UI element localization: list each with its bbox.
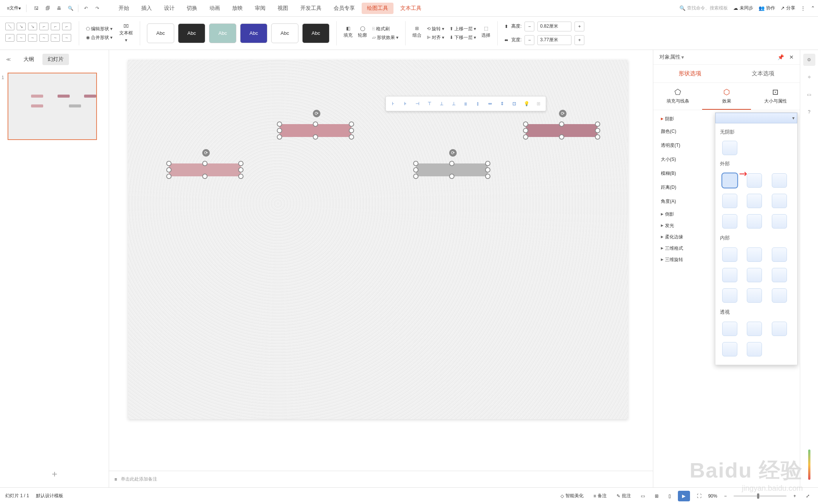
tab-view[interactable]: 视图 [272,3,293,14]
distribute-h-icon[interactable]: ⫼ [460,98,471,109]
lightbulb-icon[interactable]: 💡 [521,98,532,109]
send-backward-button[interactable]: ⬇ 下移一层 ▾ [450,34,476,41]
zoom-slider[interactable] [734,495,787,497]
line-shape[interactable]: ↘ [17,23,26,30]
share-button[interactable]: ↗ 分享 [781,5,795,11]
style-preset-5[interactable]: Abc [271,23,298,43]
inner-shadow-9[interactable] [772,288,787,303]
add-slide-button[interactable]: ＋ [0,460,109,487]
collapse-ribbon-icon[interactable]: ⌃ [811,5,815,11]
slide-thumbnail-1[interactable]: 1 [8,73,97,140]
outer-shadow-7[interactable] [722,214,737,229]
undo-icon[interactable]: ↶ [81,3,91,14]
resize-handle[interactable] [595,134,600,140]
height-dec[interactable]: − [525,22,534,31]
perspective-shadow-1[interactable] [722,322,737,336]
merge-shape-button[interactable]: ◉ 合并形状 ▾ [86,34,112,41]
resize-handle[interactable] [277,128,282,133]
same-height-icon[interactable]: ⇕ [496,98,508,109]
rotation-handle-icon[interactable]: ⟳ [313,110,320,117]
align-button[interactable]: ⊫ 对齐 ▾ [427,34,444,41]
line-shape[interactable]: ＼ [5,23,14,30]
inner-shadow-3[interactable] [772,247,787,262]
outer-shadow-4[interactable] [722,194,737,208]
resize-handle[interactable] [413,167,418,173]
tab-drawing-tools[interactable]: 绘图工具 [362,3,393,14]
width-inc[interactable]: + [574,35,584,45]
rotation-handle-icon[interactable]: ⟳ [559,110,567,117]
collapse-panel-icon[interactable]: ≪ [6,57,15,62]
align-center-icon[interactable]: ⊧ [400,98,411,109]
line-shape[interactable]: ↘ [28,23,37,30]
resize-handle[interactable] [523,121,528,127]
slideshow-button[interactable]: ▶ [678,491,690,501]
resize-handle[interactable] [313,121,318,127]
canvas[interactable]: ⊦ ⊧ ⊣ ⊤ ⊥ ⊥ ⫼ ⫿ ⇔ ⇕ ⊡ 💡 ⊞ ⟳ [109,50,653,487]
size-prop-subtab[interactable]: ⊡大小与属性 [751,83,800,110]
inner-shadow-1[interactable] [722,247,737,262]
resize-handle[interactable] [523,134,528,140]
save-as-icon[interactable]: 🗐 [42,3,53,14]
resize-handle[interactable] [595,128,600,133]
fill-line-subtab[interactable]: ⬠填充与线条 [653,83,702,110]
resize-handle[interactable] [277,121,282,127]
resize-handle[interactable] [277,134,282,140]
tab-developer[interactable]: 开发工具 [295,3,327,14]
inner-shadow-8[interactable] [747,288,762,303]
resize-handle[interactable] [166,174,172,179]
inner-shadow-6[interactable] [772,268,787,282]
perspective-shadow-3[interactable] [772,322,787,336]
tab-home[interactable]: 开始 [113,3,134,14]
resize-handle[interactable] [413,161,418,166]
same-size-icon[interactable]: ⊡ [509,98,520,109]
no-shadow-swatch[interactable] [722,141,737,155]
file-menu[interactable]: ≡ 文件 ▾ [3,3,25,14]
view-normal-icon[interactable]: ▭ [638,492,648,500]
more-icon[interactable]: ⋮ [801,5,806,11]
align-bottom-icon[interactable]: ⊥ [448,98,459,109]
pin-icon[interactable]: 📌 [777,54,784,60]
tab-slideshow[interactable]: 放映 [227,3,248,14]
rail-template-icon[interactable]: ▭ [803,89,815,101]
curve-shape[interactable]: ~ [62,34,71,42]
print-preview-icon[interactable]: 🔍 [65,3,76,14]
style-preset-6[interactable]: Abc [302,23,329,43]
perspective-shadow-5[interactable] [747,342,762,356]
shape-effects-button[interactable]: ▱ 形状效果 ▾ [372,34,398,41]
curve-shape[interactable]: ~ [39,34,48,42]
align-middle-icon[interactable]: ⊥ [436,98,447,109]
bring-forward-button[interactable]: ⬆ 上移一层 ▾ [450,26,476,32]
outer-shadow-5[interactable] [747,194,762,208]
fill-button[interactable]: ◧填充 [343,26,353,41]
connector-shape[interactable]: ⌐ [39,23,48,30]
view-reading-icon[interactable]: ▯ [665,492,674,500]
selected-shape-3[interactable]: ⟳ [169,163,241,176]
same-width-icon[interactable]: ⇔ [484,98,496,109]
redo-icon[interactable]: ↷ [92,3,103,14]
curve-shape[interactable]: ~ [17,34,26,42]
shape-options-tab[interactable]: 形状选项 [653,65,727,82]
inner-shadow-4[interactable] [722,268,737,282]
resize-handle[interactable] [559,121,564,127]
perspective-shadow-2[interactable] [747,322,762,336]
text-options-tab[interactable]: 文本选项 [727,65,800,82]
resize-handle[interactable] [349,134,354,140]
comment-button[interactable]: ✎ 批注 [614,491,634,501]
resize-handle[interactable] [202,174,208,179]
outer-shadow-1[interactable] [722,173,737,188]
tab-design[interactable]: 设计 [159,3,180,14]
selected-shape-1[interactable]: ⟳ [279,124,351,137]
tab-review[interactable]: 审阅 [250,3,271,14]
notes-button[interactable]: ≡ 备注 [590,491,610,501]
effects-subtab[interactable]: ⬡效果 [702,83,751,110]
resize-handle[interactable] [595,121,600,127]
fit-icon[interactable]: ⛶ [694,492,704,500]
outline-button[interactable]: ◯轮廓 [358,26,367,41]
resize-handle[interactable] [349,121,354,127]
distribute-v-icon[interactable]: ⫿ [472,98,484,109]
perspective-shadow-4[interactable] [722,342,737,356]
resize-handle[interactable] [349,128,354,133]
zoom-in-icon[interactable]: + [790,492,799,500]
tab-text-tools[interactable]: 文本工具 [395,3,427,14]
outer-shadow-8[interactable] [747,214,762,229]
